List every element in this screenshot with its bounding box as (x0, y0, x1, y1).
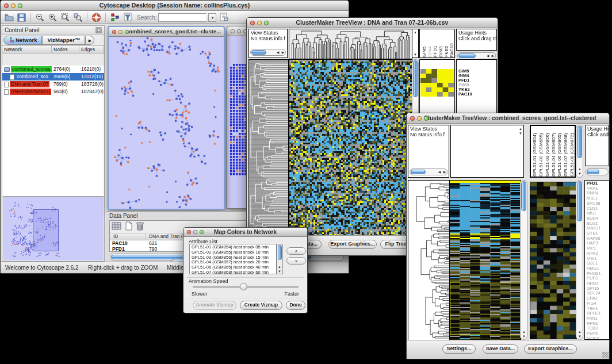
create-vizmap-button[interactable]: Create Vizmap (240, 301, 282, 310)
tab-overflow-icon[interactable]: ▶ (85, 36, 94, 45)
tv1-button[interactable]: Export Graphics... (328, 240, 377, 249)
move-up-button[interactable]: ∧ (286, 247, 306, 255)
zoom-selected-icon[interactable] (72, 12, 83, 23)
done-button[interactable]: Done (286, 301, 305, 310)
network-table-row[interactable]: DNA and Tran 07769(0)183728(0) (2, 81, 104, 88)
tv1-zoom-labels[interactable]: GIM5GIM4PFD1GIM3YKE2PAC10 (457, 68, 472, 97)
tv2-column-label[interactable]: GPL51-06 (GSM865) (557, 126, 562, 177)
zoom-in-icon[interactable] (47, 12, 58, 23)
tv2-hints-hscrollbar[interactable] (586, 168, 609, 175)
treeview2-titlebar[interactable]: ClusterMaker TreeView : combined_scores_… (407, 113, 609, 124)
network-view-1[interactable] (109, 37, 224, 209)
tv2-status-hscrollbar[interactable]: ◀ ▶ (410, 168, 447, 175)
save-icon[interactable] (16, 12, 27, 23)
treeview1-titlebar[interactable]: ClusterMaker TreeView : DNA and Tran 07-… (247, 18, 498, 28)
tab-network[interactable]: Network (3, 36, 42, 45)
tv2-column-label[interactable]: GPL51-03 (GSM856) (545, 126, 550, 177)
zoom-button[interactable] (125, 30, 129, 34)
tv1-row-dendrogram[interactable] (248, 59, 289, 236)
tv2-zoom-heatmap[interactable] (530, 182, 577, 339)
filter-icon[interactable] (122, 12, 133, 23)
tv2-heat-vscrollbar[interactable]: ▲ ▼ (520, 180, 527, 340)
attribute-grid-icon[interactable] (112, 221, 122, 233)
tv1-hints-hscrollbar[interactable]: ◀ ▶ (457, 52, 496, 59)
tv1-column-dendrogram[interactable] (289, 29, 412, 59)
animate-vizmap-button[interactable]: Animate Vizmap (193, 301, 236, 310)
search-input[interactable] (158, 13, 206, 22)
minimize-button[interactable] (417, 116, 422, 121)
open-file-icon[interactable] (3, 12, 14, 23)
zoom-button[interactable] (200, 230, 204, 234)
tv2-row-dendrogram[interactable] (408, 180, 450, 341)
delete-attribute-icon[interactable] (136, 221, 144, 233)
tv2-button[interactable]: Settings... (442, 344, 476, 354)
close-button[interactable] (4, 3, 9, 8)
attribute-list-scrollbar[interactable]: ▲ ▼ (277, 244, 283, 274)
cytoscape-titlebar[interactable]: Cytoscape Desktop (Session Name: collins… (1, 1, 349, 11)
tv1-column-label[interactable]: GIM4 (427, 29, 433, 58)
zoom-out-icon[interactable] (35, 12, 45, 23)
resize-grip[interactable] (602, 352, 609, 358)
network-frame1-titlebar[interactable]: combined_scores_good.txt--cluste... (109, 27, 224, 37)
tv2-column-label[interactable]: GPL51-01 (GSM854) (532, 126, 537, 177)
minimize-button[interactable] (193, 230, 197, 234)
minimize-button[interactable] (237, 29, 241, 33)
close-button[interactable] (112, 30, 116, 34)
network-overview-icon[interactable] (109, 12, 120, 23)
zoom-button[interactable] (18, 3, 22, 8)
tv2-button[interactable]: Export Graphics... (524, 344, 577, 354)
tv2-usage-hints-text: Click and (586, 132, 609, 137)
minimize-button[interactable] (118, 30, 123, 34)
tv2-column-label[interactable]: GPL51-07 (GSM868) (563, 126, 568, 177)
tv1-column-label[interactable]: PFD1 (433, 29, 438, 58)
tv2-zoom-vscrollbar[interactable]: ▲ ▼ (576, 180, 583, 340)
tv2-column-label[interactable]: GPL51-02 (GSM855) (538, 126, 544, 177)
tv1-zoom-label[interactable]: PAC10 (458, 92, 472, 97)
tv1-column-label[interactable]: PAC10 (449, 29, 454, 58)
tv1-column-label[interactable]: GIM3 (438, 29, 443, 58)
tv1-column-label[interactable]: YKE2 (444, 29, 449, 58)
dialog-titlebar[interactable]: Map Colors to Network (183, 228, 307, 237)
zoom-fit-icon[interactable] (60, 12, 71, 23)
network-table-header: Network Nodes Edges (2, 46, 104, 53)
annotation-icon[interactable] (218, 12, 229, 23)
tv2-column-dendrogram-area[interactable]: ▲ ▼ (450, 125, 524, 178)
network-table-row[interactable]: combined_scores2764(0)16218(0) (2, 66, 104, 73)
tv1-top-scroll-strip[interactable]: ▲ ▼ (412, 29, 419, 58)
attribute-list[interactable]: GPL51-01 (GSM854) heat shock 05 minGPL51… (189, 244, 277, 274)
network-table-row[interactable]: combined_sco2569(6)13112(15) (2, 73, 104, 81)
search-dropdown-icon[interactable]: ▼ (208, 13, 216, 22)
tv2-column-label[interactable]: GPL51-04 (GSM857) (551, 126, 556, 177)
tab-vizmapper[interactable]: VizMapper™ (42, 36, 85, 45)
birdseye-view[interactable] (3, 196, 104, 260)
minimize-button[interactable] (11, 3, 16, 8)
zoom-button[interactable] (264, 21, 269, 25)
data-col-id[interactable]: ID (110, 233, 146, 240)
tv2-column-label[interactable]: GPL51-08 (GSM872) (569, 126, 575, 177)
tv2-heatmap[interactable] (449, 180, 521, 341)
col-edges[interactable]: Edges (79, 46, 104, 53)
tv1-status-hscrollbar[interactable]: ◀ ▶ (250, 49, 286, 56)
close-button[interactable] (187, 230, 191, 234)
tv2-labels-vscrollbar[interactable]: ▲ ▼ (576, 125, 583, 178)
col-network[interactable]: Network (2, 46, 52, 53)
close-button[interactable] (410, 116, 415, 121)
close-button[interactable] (231, 29, 235, 33)
tv1-heatmap[interactable] (289, 59, 412, 236)
tv1-zoom-matrix[interactable] (420, 69, 454, 97)
tv2-button[interactable]: Save Data... (483, 344, 518, 354)
float-panel-icon[interactable] (95, 27, 102, 35)
col-nodes[interactable]: Nodes (52, 46, 79, 53)
close-button[interactable] (250, 21, 255, 25)
minimize-button[interactable] (257, 21, 262, 25)
network-table-row[interactable]: RNAPuberNov2+|563(0)107847(0) (2, 88, 104, 95)
help-lifesaver-icon[interactable] (91, 12, 102, 23)
move-down-button[interactable]: ∨ (286, 257, 306, 265)
zoom-button[interactable] (424, 116, 429, 121)
attribute-list-item[interactable]: GPL51-07 (GSM868) heat shock 60 min (192, 270, 276, 274)
tv1-column-label[interactable]: GIM5 (422, 29, 427, 58)
animation-slider-thumb[interactable] (240, 283, 247, 290)
new-attribute-icon[interactable] (125, 221, 133, 233)
tv2-gene-labels[interactable]: PFD1YRA1RNR4MSL1SPC98CLN1NIS1BUD4ELG1MAK… (584, 180, 610, 340)
treeview2-window: ClusterMaker TreeView : combined_scores_… (406, 113, 610, 359)
